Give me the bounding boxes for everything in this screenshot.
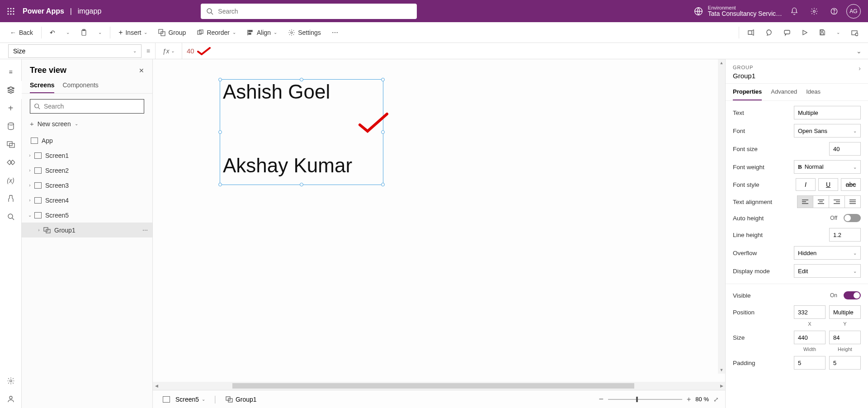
comments-button[interactable] — [779, 26, 795, 39]
tree-search-input[interactable] — [44, 103, 140, 110]
new-screen-button[interactable]: + New screen ⌄ — [22, 116, 152, 131]
fx-button[interactable]: ƒx⌄ — [155, 43, 182, 59]
canvas-label[interactable]: Akshay Kumar — [223, 154, 352, 177]
prop-padding-b[interactable] — [829, 356, 861, 370]
property-selector[interactable]: Size ⌄ — [8, 44, 142, 58]
canvas-label[interactable]: Ashish Goel — [223, 81, 330, 103]
expand-formula-button[interactable]: ⌄ — [850, 47, 868, 55]
rail-power-automate[interactable] — [0, 153, 22, 171]
prop-lineheight-input[interactable] — [829, 228, 861, 242]
help-icon[interactable] — [826, 4, 842, 19]
save-button[interactable] — [814, 26, 830, 38]
tree-item-more[interactable]: ⋯ — [142, 227, 149, 233]
prop-size-h[interactable] — [829, 331, 861, 344]
align-left-button[interactable] — [797, 195, 813, 208]
user-avatar[interactable]: AG — [846, 4, 861, 19]
tree-item-group[interactable]: › Group1 ⋯ — [22, 223, 152, 237]
visible-toggle[interactable] — [844, 291, 861, 299]
prop-padding-a[interactable] — [794, 356, 826, 370]
canvas-selection[interactable]: Ashish Goel Akshay Kumar — [220, 79, 383, 185]
breadcrumb-screen[interactable]: Screen5 ⌄ — [159, 394, 209, 405]
tab-components[interactable]: Components — [62, 78, 98, 93]
strike-button[interactable]: abc — [841, 178, 861, 191]
save-dropdown[interactable]: ⌄ — [832, 27, 844, 38]
autoheight-toggle[interactable] — [844, 214, 861, 222]
undo-button[interactable]: ↶ — [45, 26, 60, 39]
align-justify-button[interactable] — [844, 195, 861, 208]
notifications-icon[interactable] — [787, 4, 802, 19]
prop-fontsize-input[interactable] — [829, 142, 861, 156]
align-center-button[interactable] — [813, 195, 829, 208]
insert-button[interactable]: +Insert⌄ — [114, 26, 152, 39]
resize-handle[interactable] — [218, 183, 222, 186]
prop-text-input[interactable] — [794, 106, 861, 119]
canvas-vertical-scrollbar[interactable]: ▲ ▼ — [718, 59, 725, 374]
scroll-up[interactable]: ▲ — [718, 59, 725, 66]
tree-item-screen[interactable]: ›Screen3 — [22, 178, 152, 193]
tree-item-screen[interactable]: ›Screen1 — [22, 148, 152, 163]
resize-handle[interactable] — [381, 183, 385, 186]
zoom-slider[interactable] — [608, 399, 682, 400]
rtab-advanced[interactable]: Advanced — [771, 84, 797, 100]
settings-button[interactable]: Settings — [283, 26, 326, 39]
breadcrumb-selection[interactable]: Group1 — [222, 394, 260, 405]
prop-size-w[interactable] — [794, 331, 826, 344]
resize-handle[interactable] — [381, 78, 385, 81]
rail-hamburger[interactable]: ≡ — [0, 63, 22, 81]
app-launcher-icon[interactable] — [4, 4, 18, 19]
reorder-button[interactable]: Reorder⌄ — [192, 26, 241, 39]
fit-to-screen-button[interactable]: ⤢ — [713, 396, 719, 403]
underline-button[interactable]: U — [818, 178, 838, 191]
tree-item-app[interactable]: App — [22, 133, 152, 148]
more-button[interactable]: ⋯ — [327, 26, 343, 39]
rail-search[interactable] — [0, 208, 22, 226]
tree-item-screen[interactable]: ›Screen2 — [22, 163, 152, 178]
search-box[interactable] — [201, 4, 417, 19]
rail-media[interactable] — [0, 135, 22, 153]
tree-search[interactable] — [30, 99, 144, 114]
formula-input[interactable]: 40 — [182, 47, 850, 55]
undo-dropdown[interactable]: ⌄ — [61, 27, 74, 38]
prop-font-select[interactable]: Open Sans⌄ — [794, 124, 861, 138]
tree-item-screen[interactable]: ⌄Screen5 — [22, 208, 152, 223]
rail-tree-view[interactable] — [0, 81, 22, 99]
share-button[interactable] — [743, 26, 759, 39]
prop-displaymode-select[interactable]: Edit⌄ — [794, 264, 861, 278]
tab-screens[interactable]: Screens — [30, 78, 54, 93]
italic-button[interactable]: I — [796, 178, 816, 191]
checker-button[interactable] — [761, 26, 777, 39]
resize-handle[interactable] — [218, 78, 222, 81]
rail-insert[interactable]: + — [0, 99, 22, 117]
environment-picker[interactable]: Environment Tata Consultancy Servic… — [708, 5, 782, 17]
align-button[interactable]: Align⌄ — [242, 26, 282, 39]
canvas-horizontal-scrollbar[interactable]: ◀ ▶ — [153, 382, 725, 390]
scroll-right[interactable]: ▶ — [718, 384, 725, 388]
zoom-in-button[interactable]: + — [687, 395, 691, 403]
prop-overflow-select[interactable]: Hidden⌄ — [794, 246, 861, 260]
open-properties-button[interactable]: › — [859, 65, 861, 72]
rail-virtual-agent[interactable] — [0, 390, 22, 408]
prop-position-x[interactable] — [794, 305, 826, 319]
rtab-properties[interactable]: Properties — [733, 84, 762, 100]
tree-item-screen[interactable]: ›Screen4 — [22, 193, 152, 208]
rail-settings[interactable] — [0, 372, 22, 390]
resize-handle[interactable] — [300, 183, 303, 186]
close-tree-button[interactable]: ✕ — [139, 67, 144, 74]
prop-fontweight-select[interactable]: BNormal⌄ — [794, 160, 861, 174]
search-input[interactable] — [218, 8, 411, 15]
scroll-left[interactable]: ◀ — [153, 384, 160, 388]
rail-tools[interactable] — [0, 190, 22, 208]
group-button[interactable]: Group — [154, 26, 190, 39]
scroll-down[interactable]: ▼ — [718, 366, 725, 374]
rail-data[interactable] — [0, 117, 22, 135]
settings-icon[interactable] — [807, 4, 822, 19]
paste-dropdown[interactable]: ⌄ — [94, 27, 106, 38]
prop-position-y[interactable] — [829, 305, 861, 319]
resize-handle[interactable] — [218, 130, 222, 134]
rtab-ideas[interactable]: Ideas — [806, 84, 821, 100]
publish-button[interactable] — [846, 26, 863, 39]
zoom-out-button[interactable]: − — [599, 394, 604, 404]
back-button[interactable]: ←Back — [5, 26, 38, 39]
rail-variables[interactable]: (x) — [0, 171, 22, 190]
align-right-button[interactable] — [829, 195, 845, 208]
